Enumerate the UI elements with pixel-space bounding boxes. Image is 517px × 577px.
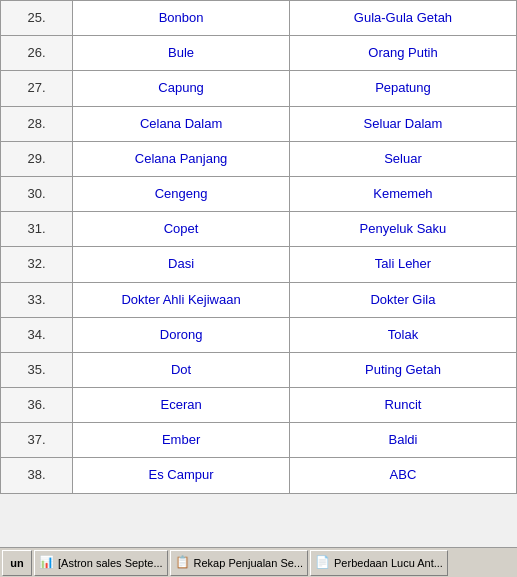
row-col1[interactable]: Bule [73, 36, 290, 71]
taskbar-button-icon: 📋 [175, 555, 191, 571]
table-row: 28.Celana DalamSeluar Dalam [1, 106, 517, 141]
row-col1[interactable]: Es Campur [73, 458, 290, 493]
row-col1[interactable]: Dasi [73, 247, 290, 282]
row-number: 37. [1, 423, 73, 458]
row-number: 32. [1, 247, 73, 282]
row-col1[interactable]: Ember [73, 423, 290, 458]
row-col2[interactable]: Runcit [289, 388, 516, 423]
row-col2[interactable]: Orang Putih [289, 36, 516, 71]
row-col1[interactable]: Capung [73, 71, 290, 106]
table-row: 32.DasiTali Leher [1, 247, 517, 282]
row-number: 35. [1, 352, 73, 387]
table-row: 34.DorongTolak [1, 317, 517, 352]
taskbar-button-icon: 📄 [315, 555, 331, 571]
table-row: 33.Dokter Ahli KejiwaanDokter Gila [1, 282, 517, 317]
row-col2[interactable]: Baldi [289, 423, 516, 458]
row-number: 36. [1, 388, 73, 423]
table-row: 37.EmberBaldi [1, 423, 517, 458]
row-col2[interactable]: Kememeh [289, 176, 516, 211]
row-number: 34. [1, 317, 73, 352]
taskbar-button-label: Perbedaan Lucu Ant... [334, 557, 443, 569]
table-row: 29.Celana PanjangSeluar [1, 141, 517, 176]
start-label: un [10, 557, 23, 569]
row-number: 33. [1, 282, 73, 317]
taskbar-button[interactable]: 📋Rekap Penjualan Se... [170, 550, 308, 576]
table-row: 31.CopetPenyeluk Saku [1, 212, 517, 247]
row-number: 38. [1, 458, 73, 493]
row-col2[interactable]: Gula-Gula Getah [289, 1, 516, 36]
table-row: 35.DotPuting Getah [1, 352, 517, 387]
row-col2[interactable]: Puting Getah [289, 352, 516, 387]
table-row: 38.Es CampurABC [1, 458, 517, 493]
taskbar-button[interactable]: 📊[Astron sales Septe... [34, 550, 168, 576]
taskbar-button-label: Rekap Penjualan Se... [194, 557, 303, 569]
start-button[interactable]: un [2, 550, 32, 576]
row-col2[interactable]: Penyeluk Saku [289, 212, 516, 247]
row-col2[interactable]: Dokter Gila [289, 282, 516, 317]
row-col1[interactable]: Dokter Ahli Kejiwaan [73, 282, 290, 317]
row-col1[interactable]: Dot [73, 352, 290, 387]
table-row: 26.BuleOrang Putih [1, 36, 517, 71]
table-row: 36.EceranRuncit [1, 388, 517, 423]
row-number: 26. [1, 36, 73, 71]
table-row: 30.CengengKememeh [1, 176, 517, 211]
row-col1[interactable]: Copet [73, 212, 290, 247]
row-number: 25. [1, 1, 73, 36]
row-col2[interactable]: Tolak [289, 317, 516, 352]
row-number: 27. [1, 71, 73, 106]
row-col1[interactable]: Eceran [73, 388, 290, 423]
row-col2[interactable]: Pepatung [289, 71, 516, 106]
row-col2[interactable]: Seluar [289, 141, 516, 176]
row-col2[interactable]: ABC [289, 458, 516, 493]
taskbar-button-label: [Astron sales Septe... [58, 557, 163, 569]
row-col2[interactable]: Tali Leher [289, 247, 516, 282]
data-table: 25.BonbonGula-Gula Getah26.BuleOrang Put… [0, 0, 517, 494]
row-col1[interactable]: Celana Dalam [73, 106, 290, 141]
main-table-container: 25.BonbonGula-Gula Getah26.BuleOrang Put… [0, 0, 517, 494]
row-col1[interactable]: Celana Panjang [73, 141, 290, 176]
row-col1[interactable]: Bonbon [73, 1, 290, 36]
row-col1[interactable]: Dorong [73, 317, 290, 352]
table-row: 25.BonbonGula-Gula Getah [1, 1, 517, 36]
taskbar: un 📊[Astron sales Septe...📋Rekap Penjual… [0, 547, 517, 577]
taskbar-button-icon: 📊 [39, 555, 55, 571]
row-col2[interactable]: Seluar Dalam [289, 106, 516, 141]
row-number: 30. [1, 176, 73, 211]
table-row: 27.CapungPepatung [1, 71, 517, 106]
taskbar-button[interactable]: 📄Perbedaan Lucu Ant... [310, 550, 448, 576]
row-number: 29. [1, 141, 73, 176]
row-col1[interactable]: Cengeng [73, 176, 290, 211]
row-number: 28. [1, 106, 73, 141]
row-number: 31. [1, 212, 73, 247]
